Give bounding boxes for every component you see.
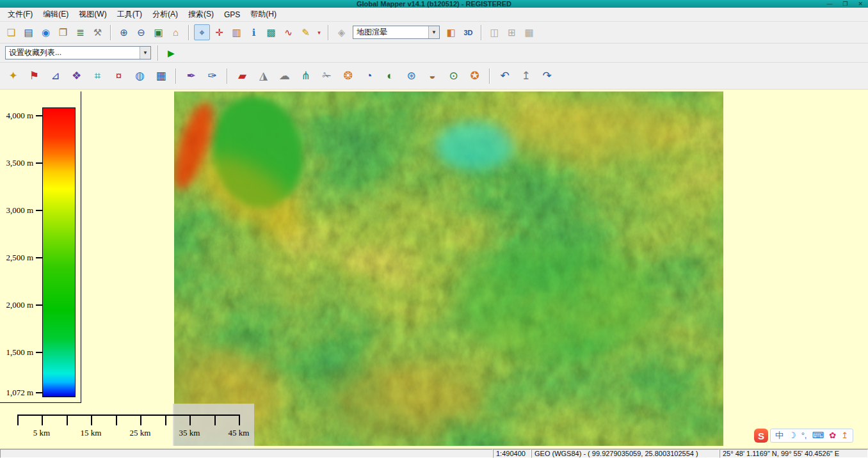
menu-help[interactable]: 帮助(H) (245, 8, 282, 21)
measure-tool-icon[interactable]: ▥ (229, 24, 245, 40)
digitizer-menu-icon[interactable]: ▾ (315, 24, 323, 40)
watershed-icon[interactable]: ◔ (360, 67, 378, 85)
feature-info-icon[interactable]: ℹ (246, 24, 262, 40)
toolbox-icon[interactable]: ↥ (841, 430, 848, 441)
image-swipe-icon[interactable]: ▩ (263, 24, 279, 40)
gps-lock-icon[interactable]: ◈ (334, 24, 350, 40)
punctuation-icon[interactable]: °, (801, 430, 807, 441)
toolbar-separator (489, 68, 490, 84)
cloud-cover-icon[interactable]: ☁ (275, 67, 294, 85)
full-extent-icon[interactable]: ▣ (150, 24, 166, 40)
status-bar: 1:490400 GEO (WGS84) - ( 99.9279035059, … (0, 448, 868, 458)
open-data-file-icon[interactable]: ❏ (3, 24, 19, 40)
save-workspace-icon[interactable]: ▤ (20, 24, 36, 40)
sun-shading-icon[interactable]: ❂ (339, 67, 357, 85)
slope-shader-icon[interactable]: ⊿ (46, 67, 65, 85)
flag-marker-icon[interactable]: ⚑ (25, 67, 44, 85)
map-workspace: 4,000 m 3,500 m 3,000 m 2,500 m 2,000 m … (0, 90, 868, 448)
cut-and-fill-icon[interactable]: ◒ (423, 67, 442, 85)
toolbar-separator (175, 68, 177, 84)
mound-tool-icon[interactable]: ◮ (254, 67, 273, 85)
zoom-out-icon[interactable]: ⊖ (133, 24, 149, 40)
grid-overlay-icon[interactable]: ▦ (152, 67, 170, 85)
code-tool-icon[interactable]: ¤ (109, 67, 128, 85)
view-shed-icon[interactable]: ◐ (381, 67, 399, 85)
redo-icon[interactable]: ↷ (538, 67, 556, 85)
menu-edit[interactable]: 编辑(E) (38, 8, 74, 21)
run-favorite-icon[interactable]: ▶ (163, 45, 179, 61)
menu-search[interactable]: 搜索(S) (183, 8, 219, 21)
scale-tick (17, 415, 19, 425)
legend-label: 3,000 m (0, 205, 33, 216)
menu-tools[interactable]: 工具(T) (112, 8, 147, 21)
legend-label: 1,500 m (0, 347, 33, 358)
chevron-down-icon[interactable]: ▼ (140, 47, 150, 59)
shader-select[interactable]: 地图渲晕 ▼ (353, 26, 440, 39)
favorites-select[interactable]: 设置收藏列表... ▼ (5, 46, 151, 59)
toolbar-separator (110, 25, 111, 40)
configuration-icon[interactable]: ⚒ (90, 24, 106, 40)
cut-tool-icon[interactable]: ✁ (317, 67, 336, 85)
open-online-data-icon[interactable]: ◉ (38, 24, 54, 40)
scale-tick (239, 415, 240, 425)
sogou-logo-icon[interactable]: S (754, 429, 768, 443)
window-controls: — ❐ ✕ (826, 0, 863, 8)
chinese-mode-icon[interactable]: 中 (775, 430, 784, 441)
grid-display-icon[interactable]: ▦ (521, 24, 537, 40)
skin-icon[interactable]: ✿ (829, 430, 836, 441)
analysis-toolbar: ✦ ⚑ ⊿ ❖ ⌗ ¤ ◍ ▦ ✒ ✑ ▰ ◮ ☁ ⋔ ✁ ❂ ◔ ◐ ⊛ ◒ … (0, 63, 868, 90)
color-ramp-icon[interactable]: ✦ (4, 67, 22, 85)
menu-analysis[interactable]: 分析(A) (147, 8, 183, 21)
restore-button[interactable]: ❐ (842, 0, 848, 8)
map-layout-icon[interactable]: ◫ (486, 24, 502, 40)
draw-point-icon[interactable]: ✒ (182, 67, 200, 85)
legend-label: 2,000 m (0, 299, 33, 311)
favorites-select-value: 设置收藏列表... (6, 47, 140, 58)
toolbar-separator (157, 45, 159, 61)
globe-analysis-icon[interactable]: ◍ (131, 67, 149, 85)
minimize-button[interactable]: — (826, 0, 832, 8)
export-up-icon[interactable]: ↥ (517, 67, 535, 85)
pan-tool-icon[interactable]: ✛ (211, 24, 227, 40)
favorites-toolbar: 设置收藏列表... ▼ ▶ (0, 43, 868, 63)
status-message-area (0, 449, 493, 458)
zoom-tool-icon[interactable]: ⌖ (194, 24, 210, 40)
menu-view[interactable]: 视图(W) (74, 8, 111, 21)
full-view-icon[interactable]: ⌂ (168, 24, 184, 40)
shader-options-icon[interactable]: ◧ (443, 24, 459, 40)
close-button[interactable]: ✕ (858, 0, 863, 8)
zoom-in-icon[interactable]: ⊕ (116, 24, 132, 40)
map-canvas[interactable] (174, 91, 723, 446)
open-workspace-icon[interactable]: ❐ (55, 24, 71, 40)
scale-label: 15 km (72, 428, 110, 438)
scale-tick (165, 415, 166, 425)
view-window-icon[interactable]: ⊞ (504, 24, 520, 40)
legend-tick (36, 257, 42, 258)
soft-keyboard-icon[interactable]: ⌨ (812, 430, 824, 441)
view-3d-icon[interactable]: 3D (460, 24, 476, 40)
pick-elevation-icon[interactable]: ⋔ (296, 67, 315, 85)
elevation-grid-icon[interactable]: ⌗ (88, 67, 107, 85)
scale-tick (116, 415, 117, 425)
volume-measure-icon[interactable]: ⊙ (444, 67, 463, 85)
legend-label: 3,500 m (0, 157, 33, 169)
smooth-terrain-icon[interactable]: ✪ (465, 67, 484, 85)
menu-gps[interactable]: GPS (219, 9, 245, 20)
half-moon-icon[interactable]: ☽ (789, 430, 796, 441)
raster-calc-icon[interactable]: ⊛ (402, 67, 421, 85)
path-profile-icon[interactable]: ∿ (280, 24, 296, 40)
chevron-down-icon[interactable]: ▼ (428, 26, 439, 38)
menu-file[interactable]: 文件(F) (3, 8, 38, 21)
scale-tick (214, 415, 216, 425)
atlas-shader-icon[interactable]: ❖ (67, 67, 86, 85)
scale-tick (189, 415, 191, 425)
menu-bar: 文件(F) 编辑(E) 视图(W) 工具(T) 分析(A) 搜索(S) GPS … (0, 8, 868, 22)
title-bar: Global Mapper v14.1 (b120512) - REGISTER… (0, 0, 868, 8)
terrain-paint-icon[interactable]: ▰ (233, 67, 252, 85)
legend-tick (36, 392, 42, 393)
scale-label: 25 km (121, 428, 159, 438)
draw-line-icon[interactable]: ✑ (203, 67, 221, 85)
undo-icon[interactable]: ↶ (495, 67, 514, 85)
digitizer-icon[interactable]: ✎ (298, 24, 314, 40)
overlay-control-center-icon[interactable]: ≣ (72, 24, 88, 40)
